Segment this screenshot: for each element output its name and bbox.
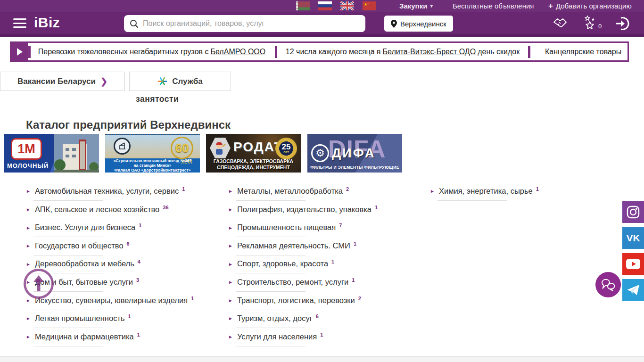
category-item[interactable]: ►Дом и быт, бытовые услуги3 bbox=[26, 277, 224, 296]
divider bbox=[33, 328, 103, 328]
category-count: 1 bbox=[352, 277, 355, 283]
ticker-link[interactable]: Белита-Витэкс-Брест ОДО bbox=[383, 48, 476, 56]
procurement-menu[interactable]: Закупки ▾ bbox=[399, 0, 433, 12]
bullet-icon: ► bbox=[228, 280, 233, 285]
banner-caption: МОЛОЧНЫЙ bbox=[7, 162, 49, 169]
scroll-top-button[interactable] bbox=[24, 269, 54, 299]
bullet-icon: ► bbox=[26, 243, 31, 248]
page: ★★ Закупки ▾ Бесплатные объявления + Доб… bbox=[0, 0, 644, 362]
language-flags: ★★ bbox=[296, 1, 376, 10]
ticker-separator bbox=[28, 46, 31, 58]
bullet-icon: ► bbox=[26, 298, 31, 303]
ticker-text: Перевозки тяжеловесных негабаритных груз… bbox=[38, 48, 209, 56]
city-selector[interactable]: Верхнедвинск bbox=[384, 16, 453, 32]
category-item[interactable]: ►Строительство, ремонт, услуги1 bbox=[228, 277, 426, 296]
employment-service-button[interactable]: Служба bbox=[129, 72, 231, 91]
category-count: 1 bbox=[375, 205, 378, 210]
search-icon bbox=[130, 19, 139, 28]
category-count: 1 bbox=[137, 332, 140, 337]
divider bbox=[33, 310, 103, 310]
divider bbox=[33, 255, 103, 255]
category-item[interactable]: ►Рекламная деятельность. СМИ1 bbox=[228, 241, 426, 259]
anniversary-medal: 25 ЛЕТ bbox=[275, 138, 297, 159]
category-item[interactable]: ►АПК, сельское и лесное хозяйство36 bbox=[26, 205, 224, 223]
ticker-separator bbox=[528, 46, 530, 58]
flag-uk-icon[interactable] bbox=[340, 1, 354, 10]
site-logo[interactable]: iBiz bbox=[34, 15, 60, 31]
bullet-icon: ► bbox=[228, 243, 233, 248]
banner-text: ГАЗОСВАРКА, ЭЛЕКТРОСВАРКА СПЕЦОДЕЖДА, ИН… bbox=[206, 158, 301, 171]
bullet-icon: ► bbox=[430, 189, 435, 194]
category-item[interactable]: ►Искусство, сувениры, ювелирные изделия1 bbox=[26, 296, 224, 314]
search-box bbox=[124, 15, 365, 32]
category-column-1: ►Автомобильная техника, услуги, сервис1 … bbox=[26, 186, 224, 350]
category-item[interactable]: ►Транспорт, логистика, перевозки2 bbox=[228, 296, 426, 314]
chat-widget-button[interactable] bbox=[595, 272, 621, 297]
category-count: 1 bbox=[182, 186, 185, 192]
category-item[interactable]: ►Медицина и фармацевтика1 bbox=[26, 332, 224, 350]
stamp-icon bbox=[114, 138, 131, 155]
divider bbox=[236, 200, 305, 201]
handshake-icon bbox=[552, 16, 569, 30]
flag-china-icon[interactable]: ★★ bbox=[363, 1, 376, 10]
vacancies-button[interactable]: Вакансии Беларуси ❯ bbox=[0, 72, 125, 91]
category-count: 4 bbox=[138, 259, 140, 264]
banner-rodat[interactable]: РОДАТ 25 ЛЕТ ГАЗОСВАРКА, ЭЛЕКТРОСВАРКА С… bbox=[206, 134, 301, 173]
banner-smp-367[interactable]: 60 лет «Строительно-монтажный поезд №367… bbox=[105, 134, 200, 173]
ticker-link[interactable]: БелАМРО ООО bbox=[211, 48, 266, 56]
chevron-down-icon: ▾ bbox=[430, 3, 433, 9]
favorites-button[interactable]: 0 bbox=[584, 15, 600, 33]
add-organization-link[interactable]: + Добавить организацию bbox=[548, 0, 632, 12]
category-item[interactable]: ►Полиграфия, издательство, упаковка1 bbox=[228, 205, 426, 223]
plus-icon: + bbox=[548, 1, 553, 11]
free-ads-link[interactable]: Бесплатные объявления bbox=[453, 0, 534, 12]
footer-bar bbox=[0, 356, 644, 362]
category-item[interactable]: ►Металлы, металлообработка2 bbox=[228, 186, 426, 205]
welder-icon bbox=[210, 138, 231, 158]
category-item[interactable]: ►Спорт, здоровье, красота1 bbox=[228, 259, 426, 277]
category-count: 1 bbox=[536, 186, 539, 192]
flag-russia-icon[interactable] bbox=[318, 1, 332, 10]
category-item[interactable]: ►Промышленность пищевая7 bbox=[228, 222, 426, 241]
category-item[interactable]: ►Бизнес. Услуги для бизнеса1 bbox=[26, 222, 224, 241]
category-count: 2 bbox=[346, 186, 349, 192]
category-item[interactable]: ►Химия, энергетика, сырье1 bbox=[430, 186, 628, 205]
topbar: ★★ Закупки ▾ Бесплатные объявления + Доб… bbox=[0, 0, 644, 12]
category-item[interactable]: ►Туризм, отдых, досуг6 bbox=[228, 313, 426, 332]
category-count: 7 bbox=[339, 222, 342, 228]
svg-text:★: ★ bbox=[367, 2, 369, 4]
banner-1m-molochny[interactable]: 1М МОЛОЧНЫЙ bbox=[4, 134, 99, 173]
youtube-button[interactable] bbox=[622, 253, 644, 275]
bullet-icon: ► bbox=[26, 189, 31, 194]
category-count: 36 bbox=[163, 205, 168, 210]
category-count: 1 bbox=[331, 259, 334, 264]
youtube-icon bbox=[626, 259, 640, 269]
divider bbox=[236, 291, 305, 292]
login-button[interactable] bbox=[615, 16, 630, 33]
location-pin-icon bbox=[391, 20, 397, 28]
arrow-up-icon bbox=[32, 275, 46, 292]
telegram-button[interactable] bbox=[622, 279, 644, 301]
category-item[interactable]: ►Легкая промышленность1 bbox=[26, 313, 224, 332]
category-item[interactable]: ►Государство и общество6 bbox=[26, 241, 224, 259]
category-item[interactable]: ►Автомобильная техника, услуги, сервис1 bbox=[26, 186, 224, 205]
flag-belarus-icon[interactable] bbox=[296, 1, 310, 10]
ticker-item: 12 числа каждого месяца в Белита-Витэкс-… bbox=[278, 43, 528, 60]
instagram-icon bbox=[627, 206, 640, 219]
category-item[interactable]: ►Услуги для населения1 bbox=[228, 332, 426, 350]
banner-difa[interactable]: DIFA ⚙ ДИФА ФИЛЬТРЫ И ЭЛЕМЕНТЫ ФИЛЬТРУЮЩ… bbox=[307, 134, 402, 173]
ticker-play-button[interactable] bbox=[11, 43, 28, 60]
partners-button[interactable] bbox=[552, 16, 569, 32]
vk-button[interactable]: VK bbox=[622, 227, 644, 249]
divider bbox=[33, 346, 103, 346]
search-input[interactable] bbox=[143, 19, 360, 28]
arrow-right-icon: ❯ bbox=[100, 76, 107, 87]
category-item[interactable]: ►Деревообработка и мебель4 bbox=[26, 259, 224, 277]
instagram-button[interactable] bbox=[622, 201, 644, 223]
bullet-icon: ► bbox=[228, 189, 233, 194]
divider bbox=[33, 200, 103, 201]
menu-button[interactable] bbox=[13, 18, 26, 28]
category-count: 1 bbox=[139, 222, 141, 228]
ticker-item: Перевозки тяжеловесных негабаритных груз… bbox=[31, 43, 274, 60]
divider bbox=[236, 346, 305, 346]
